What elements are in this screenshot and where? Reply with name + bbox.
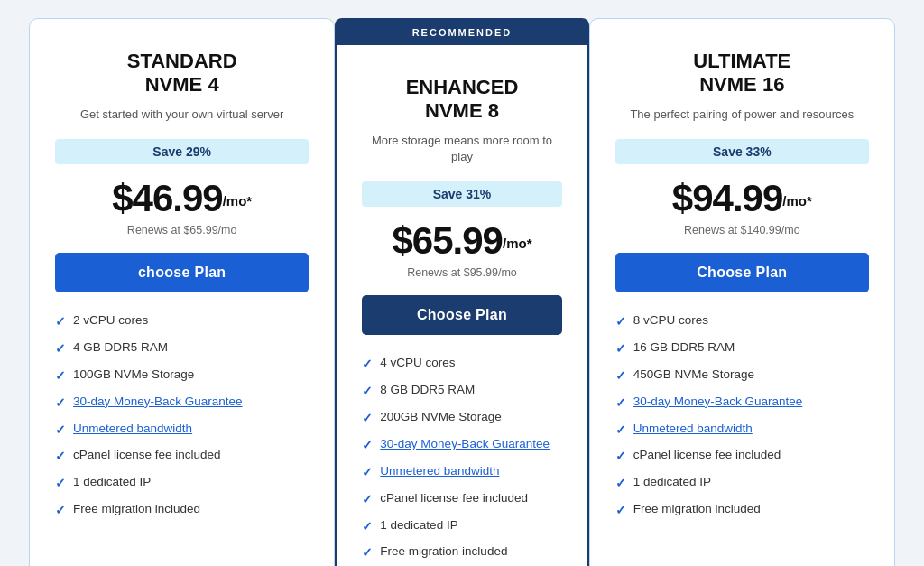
feature-item: ✓200GB NVMe Storage [362,409,561,427]
check-icon: ✓ [362,383,373,400]
feature-text: 2 vCPU cores [73,312,148,329]
price-period-enhanced: /mo* [503,236,532,251]
check-icon: ✓ [55,394,66,412]
check-icon: ✓ [362,356,373,373]
plan-subtitle-standard: Get started with your own virtual server [55,107,309,123]
plan-card-standard: STANDARD NVME 4Get started with your own… [29,18,335,566]
check-icon: ✓ [615,340,626,357]
feature-item: ✓cPanel license fee included [55,447,309,465]
feature-text: 1 dedicated IP [73,474,151,490]
save-badge-ultimate: Save 33% [615,139,869,164]
check-icon: ✓ [362,491,373,508]
price-amount-ultimate: $94.99 [672,177,782,219]
feature-item: ✓8 vCPU cores [615,312,869,330]
feature-text: cPanel license fee included [380,490,528,506]
check-icon: ✓ [362,518,373,535]
feature-link[interactable]: 30-day Money-Back Guarantee [380,436,550,452]
price-period-standard: /mo* [223,193,253,209]
feature-item: ✓cPanel license fee included [362,490,561,508]
check-icon: ✓ [615,313,626,330]
check-icon: ✓ [362,544,373,561]
feature-text: 8 vCPU cores [633,312,708,329]
check-icon: ✓ [615,422,626,439]
price-amount-enhanced: $65.99 [393,219,503,262]
check-icon: ✓ [55,448,66,465]
choose-plan-button-standard[interactable]: choose Plan [55,253,309,292]
plan-card-enhanced: ENHANCED NVME 8More storage means more r… [335,45,588,566]
plan-subtitle-ultimate: The perfect pairing of power and resourc… [615,107,869,123]
price-amount-standard: $46.99 [112,177,222,219]
save-badge-enhanced: Save 31% [362,181,561,207]
check-icon: ✓ [615,475,626,492]
plans-container: STANDARD NVME 4Get started with your own… [29,18,895,566]
price-row-standard: $46.99/mo* [55,177,309,220]
check-icon: ✓ [55,313,66,330]
price-row-enhanced: $65.99/mo* [362,219,561,263]
feature-text: 200GB NVMe Storage [380,409,501,425]
save-badge-standard: Save 29% [55,139,309,164]
recommended-wrapper: RECOMMENDEDENHANCED NVME 8More storage m… [335,18,588,566]
check-icon: ✓ [55,502,66,519]
feature-text: Free migration included [73,501,200,517]
feature-link[interactable]: Unmetered bandwidth [380,463,499,479]
price-renews-standard: Renews at $65.99/mo [55,224,309,237]
features-list-enhanced: ✓4 vCPU cores✓8 GB DDR5 RAM✓200GB NVMe S… [362,355,561,566]
feature-text: 1 dedicated IP [633,474,711,490]
feature-text: Free migration included [380,543,507,560]
feature-text: 4 GB DDR5 RAM [73,339,168,356]
check-icon: ✓ [55,422,66,439]
plan-title-enhanced: ENHANCED NVME 8 [362,76,561,124]
feature-item: ✓8 GB DDR5 RAM [362,382,561,400]
feature-text: 8 GB DDR5 RAM [380,382,475,398]
feature-link[interactable]: 30-day Money-Back Guarantee [633,394,803,410]
feature-item: ✓1 dedicated IP [362,517,561,535]
feature-item: ✓Unmetered bandwidth [55,421,309,439]
check-icon: ✓ [615,502,626,519]
feature-item: ✓Free migration included [615,501,869,519]
plan-title-ultimate: ULTIMATE NVME 16 [615,50,869,97]
feature-item: ✓1 dedicated IP [615,474,869,492]
feature-text: 450GB NVMe Storage [633,367,754,383]
feature-text: Free migration included [633,501,761,517]
feature-link[interactable]: Unmetered bandwidth [73,421,192,437]
feature-item: ✓cPanel license fee included [615,447,869,465]
feature-text: 16 GB DDR5 RAM [633,339,735,356]
recommended-badge: RECOMMENDED [335,18,588,45]
feature-item: ✓Unmetered bandwidth [362,463,561,481]
check-icon: ✓ [362,464,373,481]
feature-item: ✓450GB NVMe Storage [615,367,869,385]
check-icon: ✓ [615,367,626,385]
feature-link[interactable]: 30-day Money-Back Guarantee [73,394,243,410]
feature-text: 100GB NVMe Storage [73,367,194,383]
features-list-standard: ✓2 vCPU cores✓4 GB DDR5 RAM✓100GB NVMe S… [55,312,309,566]
feature-text: 1 dedicated IP [380,517,457,534]
check-icon: ✓ [55,367,66,385]
plan-subtitle-enhanced: More storage means more room to play [362,133,561,165]
choose-plan-button-ultimate[interactable]: Choose Plan [615,253,869,292]
choose-plan-button-enhanced[interactable]: Choose Plan [362,295,561,335]
feature-link[interactable]: Unmetered bandwidth [633,421,753,437]
feature-item: ✓16 GB DDR5 RAM [615,339,869,357]
feature-text: cPanel license fee included [73,447,221,463]
plan-title-standard: STANDARD NVME 4 [55,50,309,97]
feature-item: ✓4 GB DDR5 RAM [55,339,309,357]
feature-item: ✓1 dedicated IP [55,474,309,492]
check-icon: ✓ [362,410,373,427]
plan-card-ultimate: ULTIMATE NVME 16The perfect pairing of p… [589,18,895,566]
feature-item: ✓100GB NVMe Storage [55,367,309,385]
feature-item: ✓30-day Money-Back Guarantee [55,394,309,412]
feature-item: ✓30-day Money-Back Guarantee [615,394,869,412]
check-icon: ✓ [55,340,66,357]
feature-item: ✓2 vCPU cores [55,312,309,330]
check-icon: ✓ [55,475,66,492]
feature-text: 4 vCPU cores [380,355,455,371]
features-list-ultimate: ✓8 vCPU cores✓16 GB DDR5 RAM✓450GB NVMe … [615,312,869,566]
feature-item: ✓30-day Money-Back Guarantee [362,436,561,454]
price-renews-ultimate: Renews at $140.99/mo [615,224,869,237]
price-renews-enhanced: Renews at $95.99/mo [362,266,561,279]
feature-text: cPanel license fee included [633,447,781,463]
check-icon: ✓ [615,394,626,412]
check-icon: ✓ [362,437,373,454]
feature-item: ✓Free migration included [362,543,561,561]
feature-item: ✓4 vCPU cores [362,355,561,373]
